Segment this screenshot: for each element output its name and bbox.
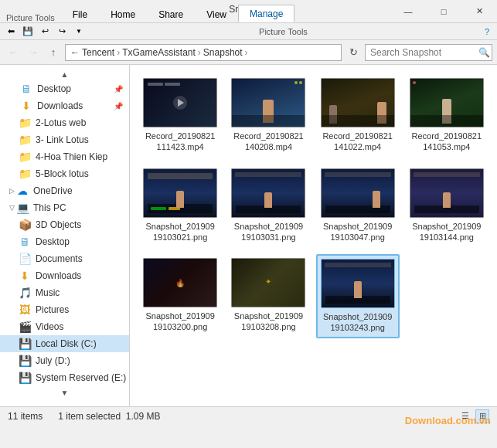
desktop2-icon: 🖥	[19, 236, 31, 248]
file-thumbnail-4	[143, 168, 217, 218]
sidebar-label-link-lotus: 3- Link Lotus	[36, 134, 89, 145]
sidebar-label-desktop: Desktop	[37, 83, 71, 94]
tab-manage[interactable]: Manage	[238, 5, 294, 22]
file-item-9[interactable]: ✦ Snapshot_20190919103208.png	[227, 254, 309, 338]
sidebar-item-link-lotus[interactable]: 📁 3- Link Lotus	[0, 131, 129, 148]
sidebar-scroll-up[interactable]: ▲	[0, 68, 129, 80]
disk-e-icon: 💾	[19, 372, 31, 384]
address-bar: ← → ↑ ← Tencent › TxGameAssistant › Snap…	[0, 40, 497, 65]
refresh-button[interactable]: ↻	[345, 44, 362, 61]
file-item-3[interactable]: Record_20190821141053.mp4	[406, 74, 488, 157]
sidebar-label-desktop2: Desktop	[36, 236, 70, 247]
sidebar-item-hoa-thien[interactable]: 📁 4-Hoa Thien Kiep	[0, 148, 129, 165]
sidebar-item-downloads2[interactable]: ⬇ Downloads	[0, 267, 129, 284]
pin-icon-dl: 📌	[114, 102, 123, 110]
downloads-icon: ⬇	[20, 100, 32, 112]
sidebar-item-july-d[interactable]: 💾 July (D:)	[0, 352, 129, 369]
status-bar: 11 items 1 item selected 1.09 MB ☰ ⊞	[0, 406, 497, 425]
collapse-thispc: ▽	[9, 204, 15, 212]
search-box[interactable]: 🔍	[365, 44, 492, 61]
file-name-4: Snapshot_20190919103021.png	[146, 221, 215, 243]
file-item-4[interactable]: Snapshot_20190919103021.png	[139, 165, 221, 247]
sidebar-label-downloads: Downloads	[37, 100, 83, 111]
title-bar: Picture Tools File Home Share View Manag…	[0, 0, 497, 23]
sidebar-item-pictures[interactable]: 🖼 Pictures	[0, 301, 129, 318]
picture-tools-ribbon-label: Picture Tools	[88, 27, 478, 36]
file-item-10[interactable]: Snapshot_20190919103243.png	[316, 254, 400, 338]
qa-undo[interactable]: ↩	[37, 25, 53, 39]
sidebar-item-local-c[interactable]: 💾 Local Disk (C:)	[0, 335, 129, 352]
file-thumbnail-2	[321, 78, 395, 127]
maximize-button[interactable]: □	[426, 0, 461, 23]
search-icon: 🔍	[478, 47, 490, 58]
main-layout: ▲ 🖥 Desktop 📌 ⬇ Downloads 📌 📁 2-Lotus we…	[0, 65, 497, 406]
sidebar-item-videos[interactable]: 🎬 Videos	[0, 318, 129, 335]
grid-view-button[interactable]: ⊞	[475, 409, 489, 423]
downloads2-icon: ⬇	[19, 270, 31, 282]
folder-icon-2: 📁	[19, 134, 31, 146]
selected-count: 1 item selected 1.09 MB	[58, 411, 160, 422]
file-item-8[interactable]: 🔥 Snapshot_20190919103200.png	[139, 254, 221, 338]
sidebar-item-desktop2[interactable]: 🖥 Desktop	[0, 233, 129, 250]
tab-home[interactable]: Home	[99, 5, 147, 22]
sidebar-label-pictures: Pictures	[36, 304, 69, 315]
back-button[interactable]: ←	[5, 44, 22, 61]
file-name-8: Snapshot_20190919103200.png	[146, 311, 215, 333]
file-thumbnail-5	[231, 168, 305, 218]
tab-file[interactable]: File	[61, 5, 99, 22]
sidebar-item-documents[interactable]: 📄 Documents	[0, 250, 129, 267]
picture-tools-label: Picture Tools	[0, 13, 61, 22]
sidebar-label-local-c: Local Disk (C:)	[36, 338, 97, 349]
file-thumbnail-8: 🔥	[143, 258, 217, 307]
address-path[interactable]: ← Tencent › TxGameAssistant › Snapshot ›	[65, 44, 342, 61]
sidebar-item-downloads[interactable]: ⬇ Downloads 📌	[0, 97, 129, 114]
onedrive-icon: ☁	[16, 185, 29, 197]
qa-dropdown[interactable]: ▼	[71, 25, 87, 39]
sidebar-scroll-down[interactable]: ▼	[0, 386, 129, 399]
file-thumbnail-3	[410, 78, 484, 127]
sidebar-item-onedrive[interactable]: ▷ ☁ OneDrive	[0, 182, 129, 199]
sidebar-item-3dobjects[interactable]: 📦 3D Objects	[0, 216, 129, 233]
qa-save[interactable]: 💾	[20, 25, 36, 39]
file-name-9: Snapshot_20190919103208.png	[234, 311, 303, 333]
disk-c-icon: 💾	[19, 338, 31, 350]
tab-share[interactable]: Share	[147, 5, 195, 22]
sidebar-item-thispc[interactable]: ▽ 💻 This PC	[0, 199, 129, 216]
sidebar-item-system-e[interactable]: 💾 System Reserved (E:)	[0, 369, 129, 386]
forward-button[interactable]: →	[25, 44, 42, 61]
file-item-2[interactable]: Record_20190821141022.mp4	[316, 74, 400, 157]
sidebar-label-system-e: System Reserved (E:)	[36, 372, 126, 383]
sidebar-label-onedrive: OneDrive	[33, 185, 73, 196]
sidebar-item-music[interactable]: 🎵 Music	[0, 284, 129, 301]
sidebar-label-3dobjects: 3D Objects	[36, 219, 81, 230]
minimize-button[interactable]: —	[390, 0, 426, 23]
file-name-3: Record_20190821141053.mp4	[412, 131, 482, 153]
file-item-5[interactable]: Snapshot_20190919103031.png	[227, 165, 309, 247]
sidebar-label-videos: Videos	[36, 321, 63, 332]
file-item-7[interactable]: Snapshot_20190919103144.png	[406, 165, 488, 247]
sidebar-item-desktop[interactable]: 🖥 Desktop 📌	[0, 80, 129, 97]
file-item-1[interactable]: Record_20190821140208.mp4	[227, 74, 309, 157]
file-name-1: Record_20190821140208.mp4	[233, 131, 304, 153]
sidebar-label-block-lotus: 5-Block lotus	[36, 168, 89, 179]
file-item-6[interactable]: Snapshot_20190919103047.png	[316, 165, 400, 247]
file-thumbnail-0	[143, 78, 217, 127]
thispc-icon: 💻	[16, 202, 29, 214]
qa-redo[interactable]: ↪	[54, 25, 70, 39]
sidebar-item-block-lotus[interactable]: 📁 5-Block lotus	[0, 165, 129, 182]
search-input[interactable]	[370, 47, 478, 58]
list-view-button[interactable]: ☰	[458, 409, 472, 423]
sidebar-item-lotus-web[interactable]: 📁 2-Lotus web	[0, 114, 129, 131]
3dobjects-icon: 📦	[19, 219, 31, 231]
sidebar-label-downloads2: Downloads	[36, 270, 81, 281]
title-tabs: Picture Tools File Home Share View Manag…	[0, 0, 390, 22]
close-button[interactable]: ✕	[461, 0, 497, 23]
file-thumbnail-10	[321, 259, 395, 308]
sidebar-label-hoa-thien: 4-Hoa Thien Kiep	[36, 151, 107, 162]
videos-icon: 🎬	[19, 321, 31, 333]
sidebar-label-documents: Documents	[36, 253, 83, 264]
qa-back[interactable]: ⬅	[3, 25, 19, 39]
up-button[interactable]: ↑	[45, 44, 62, 61]
file-item-0[interactable]: Record_20190821111423.mp4	[139, 74, 221, 157]
help-icon[interactable]: ?	[480, 27, 494, 36]
